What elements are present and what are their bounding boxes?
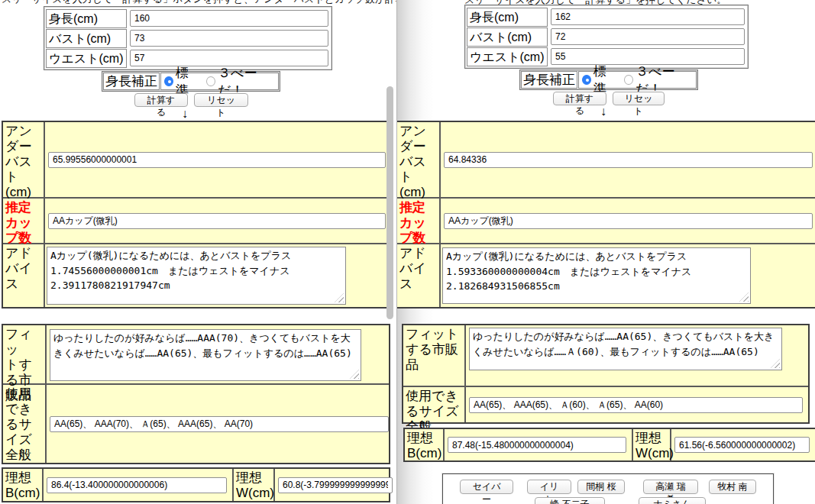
ideal-b-value[interactable] xyxy=(448,437,626,453)
character-button-mizuki[interactable]: 高瀬 瑞希 xyxy=(643,480,698,494)
height-label: 身長(cm) xyxy=(467,8,548,27)
height-correction-box: 身長補正 標準 ３べーだ！ xyxy=(519,69,698,90)
fit-textarea[interactable] xyxy=(469,328,782,370)
underbust-value[interactable] xyxy=(48,152,386,168)
radio-3beda[interactable] xyxy=(206,76,215,86)
calculator-panel-right: スリーサイズを入力して「計算する」を押してください。 身長(cm) バスト(cm… xyxy=(396,0,815,504)
cup-label: 推定 カッ プ数 xyxy=(397,199,441,243)
down-arrow: ↓ xyxy=(600,105,606,118)
radio-standard[interactable] xyxy=(164,76,173,86)
character-button-fujiko[interactable]: 峰 不二子 xyxy=(535,497,605,504)
measurement-form: 身長(cm) バスト(cm) ウエスト(cm) xyxy=(44,6,332,70)
form-row-height: 身長(cm) xyxy=(46,8,330,28)
usable-value[interactable] xyxy=(469,397,803,413)
cup-row: 推定 カッ プ数 xyxy=(397,197,815,243)
cup-value[interactable] xyxy=(48,213,386,229)
character-button-minami[interactable]: 牧村 南 xyxy=(709,480,756,494)
character-button-nami[interactable]: ナミさん xyxy=(639,497,706,504)
underbust-label: アン ダー バス ト (cm) xyxy=(397,122,441,197)
ideal-table: 理想 B(cm) 理想 W(cm) xyxy=(2,467,390,502)
character-button-saber[interactable]: セイバー xyxy=(460,480,513,494)
bust-calculator-page: スリーサイズを入力して「計算する」ボタンを押すと、アンダーバストとカップ数が計算… xyxy=(0,0,815,504)
fit-row: フィット する市販 品 xyxy=(403,325,808,386)
calculate-button[interactable]: 計算する xyxy=(553,92,606,105)
result-table-main: アン ダー バス ト (cm) 推定 カッ プ数 アド バイ ス xyxy=(396,121,815,309)
character-preset-table: セイバー イリヤ 間桐 桜 高瀬 瑞希 牧村 南 峰 不二子 ナミさん xyxy=(442,473,774,504)
calculator-panel-left: スリーサイズを入力して「計算する」ボタンを押すと、アンダーバストとカップ数が計算… xyxy=(0,0,396,504)
form-row-bust: バスト(cm) xyxy=(467,27,746,47)
underbust-row: アン ダー バス ト (cm) xyxy=(3,122,389,197)
reset-button[interactable]: リセット xyxy=(194,93,248,107)
bust-label: バスト(cm) xyxy=(46,29,127,48)
cup-row: 推定 カッ プ数 xyxy=(3,197,389,243)
correction-label: 身長補正 xyxy=(103,73,160,90)
ideal-b-label: 理想 B(cm) xyxy=(3,469,44,501)
advice-label: アド バイ ス xyxy=(3,244,45,307)
height-input[interactable] xyxy=(551,8,745,25)
ideal-b-label: 理想 B(cm) xyxy=(405,429,445,460)
form-row-bust: バスト(cm) xyxy=(46,28,330,48)
result-table-sizes: フィット する市販 品 使用でき るサイズ 全般 xyxy=(402,324,810,424)
top-caption-clipped: スリーサイズを入力して「計算する」ボタンを押すと、アンダーバストとカップ数が計算… xyxy=(2,0,396,6)
correction-label: 身長補正 xyxy=(521,71,577,89)
advice-textarea[interactable] xyxy=(442,247,751,304)
usable-value[interactable] xyxy=(50,416,389,432)
advice-row: アド バイ ス xyxy=(3,243,389,307)
cup-value[interactable] xyxy=(444,213,813,229)
advice-row: アド バイ ス xyxy=(397,243,815,307)
radio-standard[interactable] xyxy=(582,75,591,85)
usable-label: 使用 でき るサ イズ 全般 xyxy=(3,385,47,463)
underbust-value[interactable] xyxy=(444,152,813,168)
fit-label: フィッ トす る市 販品 xyxy=(3,325,47,383)
height-input[interactable] xyxy=(130,10,328,27)
ideal-w-label: 理想 W(cm) xyxy=(234,469,275,501)
calculate-button[interactable]: 計算する xyxy=(134,93,188,107)
waist-label: ウエスト(cm) xyxy=(467,47,548,66)
usable-row: 使用 でき るサ イズ 全般 xyxy=(3,383,389,463)
character-row-1: セイバー イリヤ 間桐 桜 高瀬 瑞希 牧村 南 xyxy=(443,480,773,494)
character-row-2: 峰 不二子 ナミさん xyxy=(443,497,773,504)
character-button-sakura[interactable]: 間桐 桜 xyxy=(577,480,625,494)
fit-textarea[interactable] xyxy=(50,329,361,381)
underbust-row: アン ダー バス ト (cm) xyxy=(397,122,815,197)
height-label: 身長(cm) xyxy=(46,9,127,28)
usable-label: 使用でき るサイズ 全般 xyxy=(403,387,466,422)
cup-label: 推定 カッ プ数 xyxy=(3,199,45,243)
bust-input[interactable] xyxy=(551,28,745,45)
form-row-height: 身長(cm) xyxy=(467,7,746,27)
radio-3beda[interactable] xyxy=(624,75,633,85)
scrollbar-thumb[interactable] xyxy=(386,86,393,319)
advice-label: アド バイ ス xyxy=(397,244,441,307)
character-button-illya[interactable]: イリヤ xyxy=(527,480,571,494)
ideal-b-value[interactable] xyxy=(47,477,227,493)
fit-label: フィット する市販 品 xyxy=(403,325,466,386)
bust-label: バスト(cm) xyxy=(467,27,548,47)
waist-label: ウエスト(cm) xyxy=(46,49,127,68)
height-correction-box: 身長補正 標準 ３べーだ！ xyxy=(102,71,280,92)
ideal-w-value[interactable] xyxy=(674,437,810,453)
fit-row: フィッ トす る市 販品 xyxy=(3,325,389,383)
measurement-form: 身長(cm) バスト(cm) ウエスト(cm) xyxy=(464,5,749,69)
underbust-label: アン ダー バス ト (cm) xyxy=(3,122,45,197)
reset-button[interactable]: リセット xyxy=(613,92,665,105)
ideal-w-label: 理想 W(cm) xyxy=(633,429,671,460)
bust-input[interactable] xyxy=(130,30,328,47)
advice-textarea[interactable] xyxy=(47,247,346,305)
result-table-main: アン ダー バス ト (cm) 推定 カッ プ数 アド バイ ス xyxy=(2,121,390,309)
result-table-sizes: フィッ トす る市 販品 使用 でき るサ イズ 全般 xyxy=(2,324,390,464)
ideal-w-value[interactable] xyxy=(278,477,393,493)
down-arrow: ↓ xyxy=(182,107,188,121)
usable-row: 使用でき るサイズ 全般 xyxy=(403,386,808,422)
ideal-table: 理想 B(cm) 理想 W(cm) xyxy=(403,428,815,462)
